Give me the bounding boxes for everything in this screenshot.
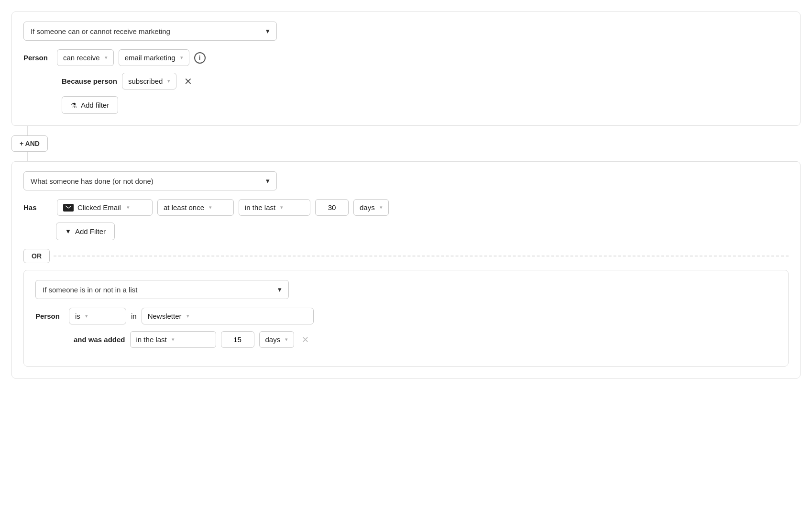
in-label: in <box>131 312 137 320</box>
condition-type-label-1: If someone can or cannot receive marketi… <box>31 27 170 35</box>
condition-type-label-3: If someone is in or not in a list <box>43 286 137 294</box>
added-timeframe-value: in the last <box>136 335 167 344</box>
because-person-row: Because person subscribed ▾ ✕ <box>62 73 789 89</box>
activity-condition-block: What someone has done (or not done) ▾ Ha… <box>11 161 801 379</box>
condition-type-dropdown-2[interactable]: What someone has done (or not done) ▾ <box>23 171 277 190</box>
filter-icon-1: ⚗ <box>71 101 77 109</box>
because-close-btn[interactable]: ✕ <box>181 76 195 87</box>
list-chevron: ▾ <box>187 313 189 319</box>
condition-type-dropdown-3[interactable]: If someone is in or not in a list ▾ <box>35 280 289 299</box>
marketing-type-value: email marketing <box>125 54 176 62</box>
timeframe-chevron: ▾ <box>280 204 283 211</box>
email-icon-box <box>63 204 74 212</box>
add-filter-label-1: Add filter <box>81 101 109 109</box>
or-label: OR <box>32 252 42 260</box>
time-unit-dropdown-2[interactable]: days ▾ <box>353 199 389 216</box>
added-time-unit-value: days <box>265 335 281 344</box>
or-connector: OR <box>23 249 789 263</box>
condition-type-chevron-2: ▾ <box>266 177 270 185</box>
marketing-type-chevron: ▾ <box>180 55 183 61</box>
and-connector-btn[interactable]: + AND <box>11 135 48 152</box>
added-timeframe-dropdown[interactable]: in the last ▾ <box>130 331 216 348</box>
marketing-type-dropdown[interactable]: email marketing ▾ <box>119 49 189 66</box>
filter-icon-2: ▼ <box>65 228 71 235</box>
timeframe-dropdown[interactable]: in the last ▾ <box>239 199 310 216</box>
because-person-label: Because person <box>62 77 117 85</box>
list-value: Newsletter <box>148 312 182 320</box>
email-svg-icon <box>65 205 72 210</box>
condition-type-dropdown-1[interactable]: If someone can or cannot receive marketi… <box>23 22 277 41</box>
condition-type-chevron-1: ▾ <box>266 27 270 35</box>
has-label: Has <box>23 203 52 212</box>
condition-type-chevron-3: ▾ <box>278 285 282 294</box>
and-was-added-label: and was added <box>74 335 125 344</box>
person-row-3: Person is ▾ in Newsletter ▾ <box>35 308 777 324</box>
can-receive-dropdown[interactable]: can receive ▾ <box>57 49 114 66</box>
timeframe-value: in the last <box>245 203 275 212</box>
or-line <box>54 256 789 256</box>
add-filter-btn-2[interactable]: ▼ Add Filter <box>56 223 115 240</box>
event-chevron: ▾ <box>127 204 130 211</box>
and-label: + AND <box>20 140 40 147</box>
because-dropdown[interactable]: subscribed ▾ <box>122 73 177 89</box>
info-icon-1[interactable]: i <box>194 52 206 64</box>
vertical-line-top <box>27 126 28 135</box>
frequency-value: at least once <box>164 203 204 212</box>
is-chevron: ▾ <box>85 313 88 319</box>
has-row: Has Clicked Email ▾ at least once ▾ in t… <box>23 199 789 216</box>
marketing-condition-block: If someone can or cannot receive marketi… <box>11 11 801 126</box>
person-label-1: Person <box>23 54 52 62</box>
time-unit-value-2: days <box>360 203 375 212</box>
added-time-unit-dropdown[interactable]: days ▾ <box>259 331 295 348</box>
list-condition-block: If someone is in or not in a list ▾ Pers… <box>23 270 789 367</box>
time-unit-chevron-2: ▾ <box>380 204 383 211</box>
vertical-line-bottom <box>27 152 28 161</box>
added-timeframe-chevron: ▾ <box>172 336 175 343</box>
is-dropdown[interactable]: is ▾ <box>69 308 126 324</box>
frequency-chevron: ▾ <box>209 204 212 211</box>
time-value-input-2[interactable] <box>315 199 349 216</box>
add-filter-btn-1[interactable]: ⚗ Add filter <box>62 96 118 114</box>
event-dropdown[interactable]: Clicked Email ▾ <box>57 199 153 216</box>
because-chevron: ▾ <box>167 78 170 84</box>
or-connector-btn[interactable]: OR <box>23 249 50 263</box>
person-row-1: Person can receive ▾ email marketing ▾ i <box>23 49 789 66</box>
is-value: is <box>75 312 80 320</box>
added-time-value-input[interactable] <box>221 331 254 348</box>
added-close-btn[interactable]: ✕ <box>299 335 312 345</box>
because-value: subscribed <box>128 77 163 85</box>
can-receive-chevron: ▾ <box>105 55 108 61</box>
condition-type-label-2: What someone has done (or not done) <box>31 177 154 185</box>
can-receive-value: can receive <box>63 54 100 62</box>
person-label-3: Person <box>35 312 64 320</box>
frequency-dropdown[interactable]: at least once ▾ <box>157 199 234 216</box>
add-filter-label-2: Add Filter <box>75 227 106 235</box>
list-dropdown[interactable]: Newsletter ▾ <box>142 308 314 324</box>
event-value: Clicked Email <box>77 203 121 212</box>
and-was-added-row: and was added in the last ▾ days ▾ ✕ <box>74 331 777 348</box>
added-time-unit-chevron: ▾ <box>285 336 288 343</box>
